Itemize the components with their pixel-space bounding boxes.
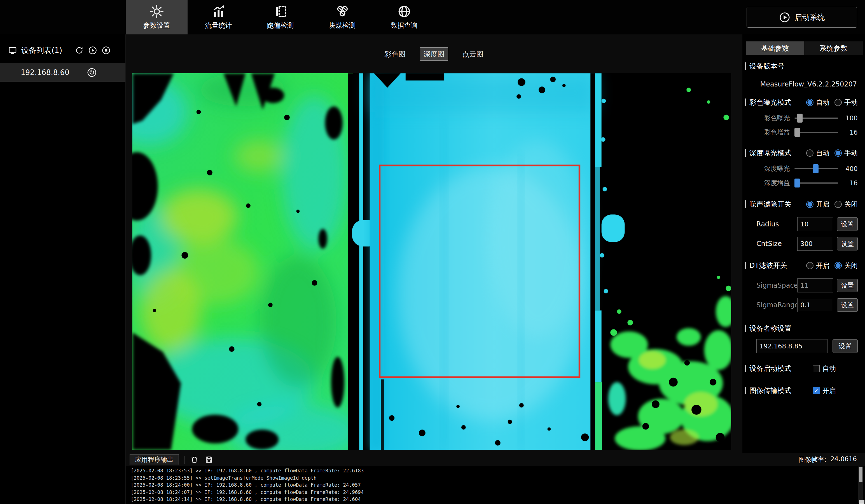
data-query-icon <box>397 5 411 18</box>
toolbar-item-label: 参数设置 <box>143 21 170 30</box>
device-sidebar: 设备列表(1) 192.16 <box>0 34 126 504</box>
device-row[interactable]: 192.168.8.60 <box>0 63 125 82</box>
noise-filter-on-radio[interactable] <box>806 201 814 208</box>
toolbar-item-data-query[interactable]: 数据查询 <box>373 0 435 34</box>
slider-handle[interactable] <box>794 178 800 187</box>
radius-field-row: Radius 设置 <box>757 217 858 231</box>
section-marker <box>745 98 746 106</box>
start-system-button[interactable]: 启动系统 <box>747 7 857 28</box>
section-marker <box>745 200 746 208</box>
gear-icon <box>150 5 163 18</box>
save-log-icon[interactable] <box>204 455 214 465</box>
device-list-title: 设备列表(1) <box>21 45 62 56</box>
device-list-icon <box>8 46 18 55</box>
color-gain-slider-row: 彩色增益 16 <box>759 128 858 137</box>
start-device-icon[interactable] <box>88 46 97 55</box>
device-name-set-button[interactable]: 设置 <box>832 339 858 353</box>
frame-rate: 图像帧率: 24.0616 <box>798 455 857 464</box>
depth-gain-slider[interactable] <box>794 183 838 184</box>
divider <box>184 456 184 464</box>
noise-filter-section: 噪声滤除开关 开启 关闭 <box>745 200 865 209</box>
app-output-tab[interactable]: 应用程序输出 <box>130 454 179 465</box>
sigmarange-set-button[interactable]: 设置 <box>837 298 858 312</box>
scrollbar-corner <box>859 500 864 504</box>
dt-filter-on-radio[interactable] <box>806 262 814 269</box>
toolbar-item-label: 数据查询 <box>391 21 418 30</box>
start-mode-auto-checkbox[interactable] <box>812 365 820 372</box>
power-icon[interactable] <box>87 68 97 78</box>
radius-input[interactable] <box>797 217 833 231</box>
tab-depth-image[interactable]: 深度图 <box>420 47 448 61</box>
color-exposure-slider-row: 彩色曝光 100 <box>759 114 858 122</box>
depth-exposure-slider[interactable] <box>794 168 838 169</box>
device-name-input[interactable] <box>757 339 828 353</box>
deviation-icon <box>274 5 287 18</box>
log-scrollbar[interactable] <box>858 467 863 503</box>
transfer-mode-section: 图像传输模式 ✓ 开启 <box>745 386 865 395</box>
play-circle-icon <box>779 12 790 23</box>
sigmaspace-set-button[interactable]: 设置 <box>837 279 858 292</box>
device-version-value: MeasureFlow_V6.2.2.250207 <box>745 80 857 88</box>
log-line: [2025-02-08 18:24:00] >> IP: 192.168.8.6… <box>131 482 852 489</box>
color-exposure-auto-radio[interactable] <box>806 99 814 106</box>
view-tabs: 彩色图 深度图 点云图 <box>126 47 742 61</box>
cntsize-input[interactable] <box>797 237 833 251</box>
depth-exposure-auto-radio[interactable] <box>806 150 814 157</box>
sigmarange-input[interactable] <box>797 298 833 312</box>
toolbar-item-label: 流量统计 <box>205 21 232 30</box>
color-exposure-slider[interactable] <box>794 118 838 119</box>
tab-basic-params[interactable]: 基础参数 <box>746 42 804 55</box>
slider-handle[interactable] <box>813 164 819 173</box>
cntsize-set-button[interactable]: 设置 <box>837 237 858 250</box>
depth-exposure-section: 深度曝光模式 自动 手动 <box>745 148 865 157</box>
tab-system-params[interactable]: 系统参数 <box>804 42 863 55</box>
color-exposure-manual-radio[interactable] <box>834 99 842 106</box>
refresh-devices-icon[interactable] <box>74 46 84 55</box>
transfer-mode-on-checkbox[interactable]: ✓ <box>812 387 820 394</box>
section-marker <box>745 262 746 269</box>
device-ip: 192.168.8.60 <box>21 68 69 77</box>
device-name-title: 设备名称设置 <box>745 324 865 333</box>
coal-icon <box>336 5 349 18</box>
section-marker <box>745 387 746 394</box>
slider-handle[interactable] <box>797 114 803 122</box>
tab-color-image[interactable]: 彩色图 <box>381 47 409 61</box>
sigmaspace-input[interactable] <box>797 279 833 292</box>
section-marker <box>745 149 746 157</box>
radius-set-button[interactable]: 设置 <box>837 218 858 231</box>
depth-exposure-slider-row: 深度曝光 400 <box>759 164 858 173</box>
toolbar-item-label: 块煤检测 <box>329 21 356 30</box>
noise-filter-off-radio[interactable] <box>834 201 842 208</box>
toolbar-item-flow-stats[interactable]: 流量统计 <box>187 0 250 34</box>
color-gain-slider[interactable] <box>794 132 838 133</box>
cntsize-field-row: CntSize 设置 <box>757 237 858 251</box>
toolbar-item-coal-detect[interactable]: 块煤检测 <box>311 0 373 34</box>
toolbar-item-label: 跑偏检测 <box>267 21 294 30</box>
stop-device-icon[interactable] <box>101 46 111 55</box>
output-bar: 应用程序输出 图像帧率: 24.0616 <box>126 453 865 466</box>
tab-point-cloud[interactable]: 点云图 <box>459 47 487 61</box>
section-marker <box>745 365 746 372</box>
clear-log-icon[interactable] <box>189 455 199 465</box>
device-name-row: 设置 <box>757 339 858 353</box>
dt-filter-section: DT滤波开关 开启 关闭 <box>745 261 865 270</box>
toolbar-left-spacer <box>0 0 126 34</box>
section-marker <box>745 62 746 70</box>
log-line: [2025-02-08 18:23:55] >> setImageTransfe… <box>131 474 852 482</box>
log-line: [2025-02-08 18:23:53] >> IP: 192.168.8.6… <box>131 467 852 474</box>
toolbar-item-param-settings[interactable]: 参数设置 <box>126 0 187 34</box>
frame-rate-value: 24.0616 <box>830 455 857 464</box>
params-panel: 基础参数 系统参数 设备版本号 MeasureFlow_V6.2.2.25020… <box>742 34 865 453</box>
start-system-label: 启动系统 <box>795 12 825 22</box>
depth-exposure-manual-radio[interactable] <box>834 150 842 157</box>
app-window: 参数设置 流量统计 跑偏检测 <box>0 0 865 504</box>
sigmarange-field-row: SigmaRange 设置 <box>757 298 858 312</box>
toolbar-item-deviation-detect[interactable]: 跑偏检测 <box>250 0 311 34</box>
depth-image-view[interactable] <box>132 73 731 450</box>
log-line: [2025-02-08 18:24:07] >> IP: 192.168.8.6… <box>131 489 852 496</box>
dt-filter-off-radio[interactable] <box>834 262 842 269</box>
top-toolbar: 参数设置 流量统计 跑偏检测 <box>0 0 865 34</box>
flow-stats-icon <box>212 5 226 18</box>
log-scrollbar-thumb[interactable] <box>859 467 863 482</box>
slider-handle[interactable] <box>794 128 800 137</box>
